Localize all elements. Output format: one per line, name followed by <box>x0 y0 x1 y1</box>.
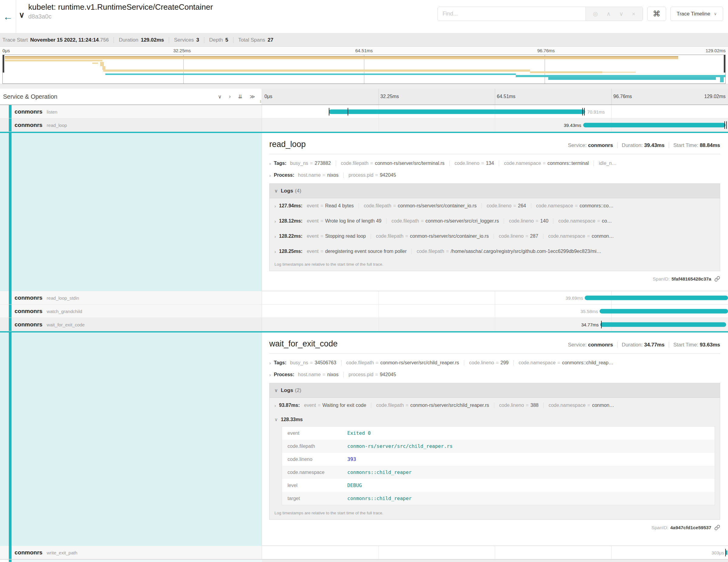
chevron-right-icon[interactable]: › <box>269 161 271 166</box>
span-duration-bar[interactable] <box>600 309 728 313</box>
log-entry[interactable]: › 93.87ms: event=Waiting for exit codeco… <box>270 398 720 413</box>
logs-header[interactable]: ∨ Logs (2) <box>270 383 720 398</box>
log-field-pair: code.filepath=conmon-rs/server/src/conta… <box>371 233 489 239</box>
span-service-cell[interactable]: conmonrswrite_exit_path <box>0 546 262 559</box>
chevron-right-icon[interactable]: › <box>274 219 276 224</box>
span-duration-bar[interactable] <box>600 322 726 327</box>
trace-minimap[interactable] <box>2 55 726 84</box>
span-timeline-cell[interactable]: 39.69ms <box>262 291 728 304</box>
span-log-tick <box>726 121 727 129</box>
chevron-right-icon[interactable]: › <box>274 249 276 254</box>
command-icon: ⌘ <box>653 9 660 18</box>
collapse-all-icon[interactable]: ⇊ <box>238 94 242 100</box>
chevron-right-icon[interactable]: › <box>269 173 271 178</box>
expand-one-icon[interactable]: › <box>229 94 231 100</box>
summary-label: Total Spans <box>238 37 265 43</box>
find-input[interactable] <box>438 7 585 21</box>
prev-match-icon[interactable]: ∧ <box>607 10 611 17</box>
chevron-right-icon[interactable]: › <box>269 372 271 377</box>
chevron-down-icon: ∨ <box>714 12 717 16</box>
tags-row[interactable]: › Tags: busy_ns=273882code.filepath=conm… <box>269 161 720 166</box>
minimap-gridline <box>364 55 364 83</box>
link-icon[interactable] <box>714 276 720 282</box>
process-row[interactable]: › Process: host.name=nixosprocess.pid=94… <box>269 172 720 178</box>
span-row-wait-for-exit-code[interactable]: conmonrswait_for_exit_code 34.77ms <box>0 318 728 331</box>
tags-row[interactable]: › Tags: busy_ns=34506763code.filepath=co… <box>269 360 720 366</box>
span-row-read-loop[interactable]: conmonrsread_loop 39.43ms <box>0 118 728 132</box>
chevron-down-icon: ∨ <box>274 188 278 194</box>
log-detail-key: event <box>282 431 347 436</box>
scroll-to-match-icon[interactable]: ◎ <box>593 10 598 17</box>
span-duration-bar[interactable] <box>329 109 585 114</box>
chevron-right-icon[interactable]: › <box>274 203 276 209</box>
span-row-write-exit-path[interactable]: conmonrswrite_exit_path 303μs <box>0 546 728 559</box>
next-match-icon[interactable]: ∨ <box>619 10 624 17</box>
log-field-pair: code.lineno=388 <box>494 403 539 408</box>
column-resize-handle[interactable]: ‖ <box>260 99 261 104</box>
collapse-one-icon[interactable]: ∨ <box>218 94 222 100</box>
clear-find-icon[interactable]: × <box>632 11 635 17</box>
detail-start-time: 93.63ms <box>700 342 720 348</box>
back-button[interactable]: ← <box>0 0 16 33</box>
log-detail-key: code.namespace <box>282 470 347 475</box>
span-service-cell[interactable]: conmonrsread_loop <box>0 118 262 131</box>
log-detail-value: 393 <box>347 456 356 462</box>
span-row-listen[interactable]: conmonrslisten 70.91ms <box>0 105 728 118</box>
span-timeline-cell[interactable]: 34.77ms <box>262 318 728 331</box>
minimap-drag-handle-left[interactable] <box>3 55 4 73</box>
log-entry[interactable]: › 128.25ms: event=deregistering event so… <box>270 244 720 259</box>
span-color-accent <box>9 133 12 291</box>
detail-meta: Service: conmonrsDuration: 34.77msStart … <box>568 342 720 348</box>
expand-all-icon[interactable]: ≫ <box>250 94 255 100</box>
span-duration-bar[interactable] <box>726 550 727 555</box>
log-field-pair: code.namespace=conmon… <box>543 233 614 239</box>
next-row-edge <box>0 559 728 562</box>
span-duration-label: 39.43ms <box>564 122 581 128</box>
log-field-pair: code.lineno=140 <box>504 218 548 224</box>
view-selector-button[interactable]: Trace Timeline ∨ <box>670 7 723 21</box>
span-service-cell[interactable]: conmonrslisten <box>0 105 262 118</box>
minimap-ruler: 0μs 32.25ms 64.51ms 96.76ms 129.02ms <box>0 47 728 55</box>
span-duration-bar[interactable] <box>583 123 726 127</box>
span-log-ticks <box>262 546 728 559</box>
process-pair: process.pid=942045 <box>343 372 396 377</box>
span-timeline-cell[interactable]: 35.58ms <box>262 305 728 318</box>
log-field-pair: code.lineno=264 <box>481 203 526 209</box>
minimap-gridline <box>545 55 545 83</box>
span-service-cell[interactable]: conmonrsread_loop_stdin <box>0 291 262 304</box>
log-entry[interactable]: › 128.22ms: event=Stopping read loopcode… <box>270 229 720 244</box>
trace-collapse-icon[interactable]: ∨ <box>19 10 25 20</box>
span-detail-wait-for-exit-code: wait_for_exit_code Service: conmonrsDura… <box>0 332 728 546</box>
minimap-drag-handle-right[interactable] <box>724 55 725 73</box>
span-service-cell[interactable]: conmonrswatch_grandchild <box>0 305 262 318</box>
span-timeline-cell[interactable]: 303μs <box>262 546 728 559</box>
summary-item: Services3 <box>169 37 199 43</box>
service-name: conmonrs <box>15 321 43 328</box>
span-color-accent <box>9 318 12 331</box>
logs-footnote: Log timestamps are relative to the start… <box>270 259 720 271</box>
expanded-log-header[interactable]: ∨ 128.33ms <box>270 413 720 426</box>
span-service-cell[interactable]: conmonrswait_for_exit_code <box>0 318 262 331</box>
chevron-right-icon[interactable]: › <box>274 403 276 408</box>
top-bar: ← ∨ kubelet: runtime.v1.RuntimeService/C… <box>0 0 728 33</box>
tag-pair: code.lineno=299 <box>464 360 509 366</box>
span-duration-bar[interactable] <box>585 295 728 300</box>
span-timeline-cell[interactable]: 70.91ms <box>262 105 728 118</box>
span-timeline-cell[interactable]: 39.43ms <box>262 118 728 131</box>
chevron-right-icon[interactable]: › <box>269 360 271 366</box>
span-color-accent <box>9 560 12 562</box>
log-entry[interactable]: › 128.12ms: event=Wrote log line of leng… <box>270 213 720 229</box>
log-detail-value: DEBUG <box>347 482 362 488</box>
span-row-read-loop-stdin[interactable]: conmonrsread_loop_stdin 39.69ms <box>0 291 728 305</box>
process-row[interactable]: › Process: host.name=nixosprocess.pid=94… <box>269 372 720 377</box>
log-entry[interactable]: › 127.94ms: event=Read 4 bytescode.filep… <box>270 198 720 213</box>
logs-header[interactable]: ∨ Logs (4) <box>270 184 720 198</box>
chevron-right-icon[interactable]: › <box>274 234 276 239</box>
link-icon[interactable] <box>714 525 720 530</box>
minimap-span-line <box>92 63 98 64</box>
logs-section: ∨ Logs (2) › 93.87ms: event=Waiting for … <box>269 383 720 520</box>
keyboard-shortcuts-button[interactable]: ⌘ <box>647 7 666 21</box>
span-row-watch-grandchild[interactable]: conmonrswatch_grandchild 35.58ms <box>0 305 728 318</box>
timeline-tick-label: 64.51ms <box>497 94 515 99</box>
log-detail-row: target conmonrs::child_reaper <box>282 492 715 505</box>
